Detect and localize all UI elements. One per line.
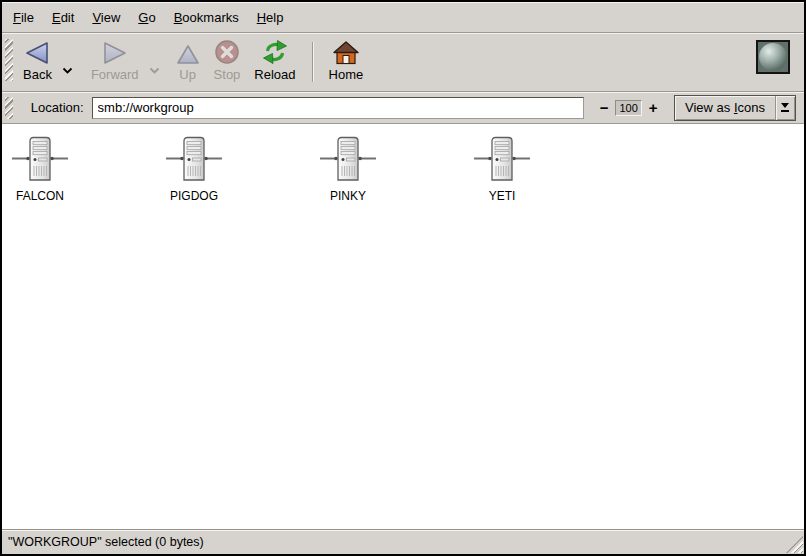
- throbber-icon: [756, 40, 790, 74]
- menu-item-bookmarks[interactable]: Bookmarks: [165, 5, 248, 30]
- server-icon: [12, 136, 68, 186]
- stop-button: Stop: [207, 36, 248, 84]
- zoom-out-button[interactable]: −: [596, 99, 612, 116]
- status-text: "WORKGROUP" selected (0 bytes): [8, 535, 204, 549]
- toolbar: Back Forward Up Stop: [2, 33, 804, 92]
- menu-item-go[interactable]: Go: [129, 5, 164, 30]
- server-icon: [166, 136, 222, 186]
- dropdown-arrow-icon: [776, 103, 795, 112]
- server-label: PINKY: [330, 189, 366, 203]
- location-bar: Location: − 100 + View as Icons: [2, 92, 804, 124]
- stop-icon: [214, 38, 240, 65]
- menu-bar: File Edit View Go Bookmarks Help: [2, 2, 804, 33]
- up-icon: [176, 38, 200, 65]
- up-label: Up: [179, 67, 196, 82]
- back-history-dropdown[interactable]: [59, 60, 76, 78]
- view-as-dropdown[interactable]: View as Icons: [674, 95, 796, 121]
- back-label: Back: [23, 67, 52, 82]
- menu-item-help[interactable]: Help: [248, 5, 293, 30]
- server-icon: [320, 136, 376, 186]
- server-item-pinky[interactable]: PINKY: [318, 136, 378, 203]
- location-label: Location:: [31, 100, 84, 115]
- server-label: YETI: [489, 189, 516, 203]
- view-as-label: View as Icons: [685, 100, 765, 115]
- server-label: FALCON: [16, 189, 64, 203]
- back-button[interactable]: Back: [16, 36, 59, 84]
- toolbar-grip[interactable]: [5, 39, 13, 81]
- menu-item-view[interactable]: View: [83, 5, 129, 30]
- reload-button[interactable]: Reload: [247, 36, 302, 84]
- toolbar-separator: [312, 42, 313, 82]
- server-item-pigdog[interactable]: PIGDOG: [164, 136, 224, 203]
- forward-button: Forward: [84, 36, 146, 84]
- up-button: Up: [169, 36, 207, 84]
- forward-icon: [102, 38, 128, 65]
- zoom-in-button[interactable]: +: [645, 99, 661, 116]
- menu-item-file[interactable]: File: [4, 5, 43, 30]
- server-label: PIGDOG: [170, 189, 218, 203]
- server-item-yeti[interactable]: YETI: [472, 136, 532, 203]
- forward-history-dropdown: [146, 60, 163, 78]
- stop-label: Stop: [214, 67, 241, 82]
- zoom-level: 100: [615, 100, 642, 116]
- home-button[interactable]: Home: [322, 36, 371, 84]
- menu-item-edit[interactable]: Edit: [43, 5, 83, 30]
- resize-grip[interactable]: [786, 536, 803, 553]
- status-bar: "WORKGROUP" selected (0 bytes): [2, 529, 804, 554]
- reload-icon: [261, 38, 289, 65]
- reload-label: Reload: [254, 67, 295, 82]
- back-icon: [24, 38, 50, 65]
- throbber-sphere: [759, 43, 787, 71]
- home-icon: [333, 38, 359, 65]
- file-manager-window: File Edit View Go Bookmarks Help Back Fo…: [0, 0, 806, 556]
- home-label: Home: [329, 67, 364, 82]
- forward-label: Forward: [91, 67, 139, 82]
- icon-view[interactable]: FALCON PIGDOG: [2, 124, 804, 529]
- location-bar-grip[interactable]: [5, 97, 13, 119]
- server-item-falcon[interactable]: FALCON: [10, 136, 70, 203]
- location-input[interactable]: [92, 97, 585, 119]
- server-icon: [474, 136, 530, 186]
